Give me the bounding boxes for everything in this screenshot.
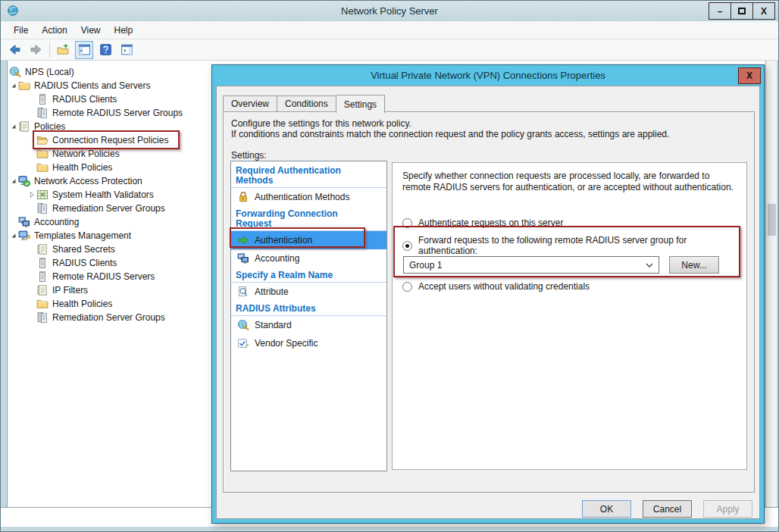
policy-scroll-icon (36, 243, 48, 255)
minimize-button[interactable]: – (709, 2, 731, 20)
tree-item-label: IP Filters (52, 285, 88, 296)
tree-item-ip-filters[interactable]: IP Filters (8, 283, 211, 297)
chevron-down-icon (646, 263, 653, 268)
help-button[interactable] (96, 41, 114, 59)
tree-item-templates-management[interactable]: Templates Management (8, 229, 211, 243)
tree-item-radius-clients-template[interactable]: RADIUS Clients (8, 256, 211, 270)
tree-item-label: RADIUS Clients (52, 94, 117, 105)
forward-button[interactable] (27, 41, 45, 59)
settings-item-vendor-specific[interactable]: Vendor Specific (231, 334, 386, 352)
console-tree: NPS (Local) RADIUS Clients and Servers R… (7, 61, 211, 507)
dialog-close-icon: X (746, 70, 752, 81)
settings-list-label: Settings: (231, 150, 267, 161)
radio-label: Accept users without validating credenti… (418, 281, 590, 292)
tree-item-label: Policies (34, 121, 65, 132)
scrollbar-thumb[interactable] (768, 204, 776, 236)
apply-button[interactable]: Apply (703, 500, 752, 518)
tree-item-radius-clients[interactable]: RADIUS Clients (8, 92, 211, 106)
tree-item-health-policies-template[interactable]: Health Policies (8, 297, 211, 311)
settings-item-label: Authentication Methods (255, 192, 349, 202)
tree-item-nps-local[interactable]: NPS (Local) (8, 65, 211, 79)
maximize-button[interactable] (731, 2, 753, 20)
tree-item-label: NPS (Local) (25, 67, 74, 77)
radio-icon[interactable] (402, 282, 412, 292)
cancel-button[interactable]: Cancel (643, 500, 692, 518)
menu-file[interactable]: File (7, 23, 35, 38)
tree-item-shared-secrets[interactable]: Shared Secrets (8, 243, 211, 256)
settings-section-required-auth: Required Authentication Methods (231, 163, 386, 188)
accounting-monitors-icon (18, 216, 30, 228)
tree-item-connection-request-policies[interactable]: Connection Request Policies (8, 133, 211, 147)
tree-item-remote-radius-server-groups[interactable]: Remote RADIUS Server Groups (8, 106, 211, 120)
menu-action[interactable]: Action (35, 23, 74, 38)
show-action-pane-button[interactable] (117, 41, 136, 59)
folder-icon (18, 80, 30, 92)
settings-intro-line2: If conditions and constraints match the … (231, 129, 669, 139)
settings-item-authentication[interactable]: Authentication (231, 231, 386, 249)
show-console-tree-button[interactable] (75, 41, 93, 59)
dialog-close-button[interactable]: X (738, 67, 761, 84)
expanded-arrow-icon[interactable] (9, 177, 18, 186)
settings-item-accounting[interactable]: Accounting (231, 249, 386, 268)
tree-item-label: Remediation Server Groups (52, 203, 165, 214)
templates-monitor-icon (18, 230, 30, 242)
section-title-label: Forwarding Connection Request (236, 209, 355, 229)
export-list-button[interactable] (54, 41, 72, 59)
radio-selected-icon[interactable] (402, 241, 412, 251)
open-folder-icon (36, 134, 48, 146)
tree-item-health-policies[interactable]: Health Policies (8, 161, 211, 174)
tab-settings[interactable]: Settings (336, 95, 385, 113)
vpn-properties-dialog: Virtual Private Network (VPN) Connection… (211, 64, 765, 524)
radius-server-group-combo[interactable]: Group 1 (403, 256, 659, 274)
settings-item-standard[interactable]: Standard (231, 316, 386, 334)
mmc-window: Network Policy Server – X File Action Vi… (0, 0, 779, 532)
tab-overview[interactable]: Overview (223, 95, 277, 111)
tree-item-remediation-server-groups[interactable]: Remediation Server Groups (8, 202, 211, 215)
collapsed-arrow-icon[interactable] (27, 190, 36, 199)
settings-item-label: Authentication (255, 235, 312, 246)
expanded-arrow-icon[interactable] (9, 122, 18, 131)
tree-item-label: Templates Management (34, 230, 131, 241)
server-icon (36, 257, 48, 269)
policy-scroll-icon (18, 120, 30, 133)
tree-item-accounting[interactable]: Accounting (8, 215, 211, 229)
new-group-button[interactable]: New... (669, 256, 719, 274)
tree-item-system-health-validators[interactable]: System Health Validators (8, 188, 211, 202)
back-button[interactable] (5, 41, 23, 59)
server-group-icon (36, 202, 48, 214)
settings-item-attribute[interactable]: Attribute (231, 283, 386, 301)
tree-item-network-access-protection[interactable]: Network Access Protection (8, 174, 211, 188)
expanded-arrow-icon[interactable] (9, 81, 18, 90)
menu-help[interactable]: Help (108, 23, 140, 38)
menu-view[interactable]: View (74, 23, 108, 38)
tree-item-remediation-server-groups-template[interactable]: Remediation Server Groups (8, 311, 211, 324)
tree-item-network-policies[interactable]: Network Policies (8, 147, 211, 161)
help-icon (99, 43, 112, 56)
forward-icon (30, 43, 42, 56)
tree-item-label: Network Policies (52, 149, 120, 159)
tree-item-remote-radius-servers[interactable]: Remote RADIUS Servers (8, 270, 211, 283)
radio-accept-without-validating[interactable]: Accept users without validating credenti… (402, 281, 590, 292)
radio-authenticate-on-server[interactable]: Authenticate requests on this server (402, 217, 563, 228)
settings-item-label: Attribute (255, 286, 289, 297)
close-button[interactable]: X (752, 2, 775, 20)
expanded-arrow-icon[interactable] (9, 231, 18, 240)
section-title-label: Specify a Realm Name (236, 271, 355, 280)
tree-item-radius-clients-and-servers[interactable]: RADIUS Clients and Servers (8, 79, 211, 92)
vertical-scrollbar[interactable] (765, 61, 777, 507)
settings-item-authentication-methods[interactable]: Authentication Methods (231, 188, 386, 206)
tree-item-label: RADIUS Clients (52, 258, 117, 268)
nps-globe-key-icon (9, 66, 21, 78)
server-icon (36, 93, 48, 105)
tree-item-label: System Health Validators (52, 189, 154, 200)
settings-section-forwarding: Forwarding Connection Request (231, 206, 386, 231)
globe-key-icon (237, 319, 249, 331)
radio-icon[interactable] (402, 218, 412, 228)
ok-button[interactable]: OK (582, 500, 631, 518)
tab-strip: Overview Conditions Settings (223, 95, 384, 113)
panel-description: Specify whether connection requests are … (402, 171, 739, 193)
tab-conditions[interactable]: Conditions (277, 95, 336, 111)
radio-forward-requests[interactable]: Forward requests to the following remote… (402, 235, 746, 256)
tree-item-policies[interactable]: Policies (8, 120, 211, 133)
back-icon (8, 43, 21, 56)
